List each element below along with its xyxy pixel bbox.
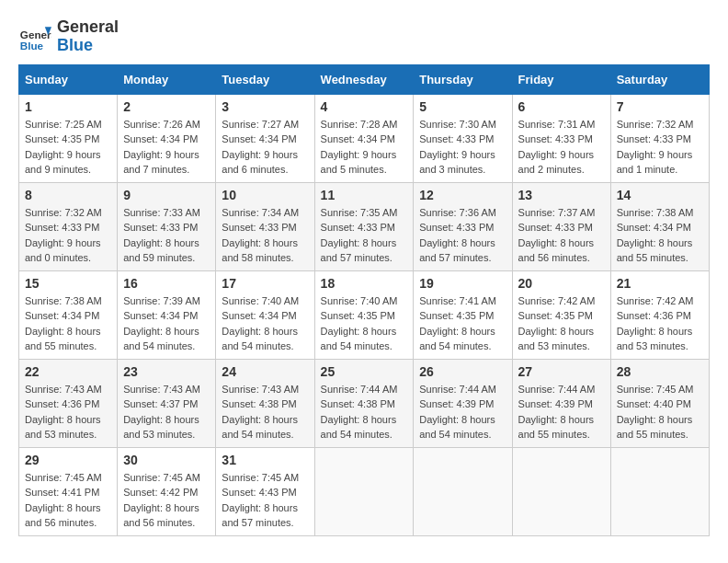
calendar-cell xyxy=(610,447,709,535)
weekday-header-wednesday: Wednesday xyxy=(314,64,414,94)
day-info: Sunrise: 7:26 AM Sunset: 4:34 PM Dayligh… xyxy=(123,117,210,178)
day-info: Sunrise: 7:45 AM Sunset: 4:41 PM Dayligh… xyxy=(25,470,111,531)
logo: General Blue General Blue xyxy=(18,18,119,55)
calendar-cell: 22 Sunrise: 7:43 AM Sunset: 4:36 PM Dayl… xyxy=(19,359,118,447)
day-number: 7 xyxy=(617,99,703,114)
calendar-cell: 25 Sunrise: 7:44 AM Sunset: 4:38 PM Dayl… xyxy=(314,359,414,447)
day-info: Sunrise: 7:35 AM Sunset: 4:33 PM Dayligh… xyxy=(321,205,408,266)
logo-blue: Blue xyxy=(57,37,119,55)
calendar-cell: 26 Sunrise: 7:44 AM Sunset: 4:39 PM Dayl… xyxy=(414,359,512,447)
calendar-cell: 31 Sunrise: 7:45 AM Sunset: 4:43 PM Dayl… xyxy=(216,447,314,535)
day-number: 16 xyxy=(123,276,210,291)
day-info: Sunrise: 7:38 AM Sunset: 4:34 PM Dayligh… xyxy=(617,205,703,266)
day-number: 24 xyxy=(222,364,308,379)
calendar-cell xyxy=(512,447,610,535)
day-number: 18 xyxy=(321,276,408,291)
day-info: Sunrise: 7:44 AM Sunset: 4:39 PM Dayligh… xyxy=(518,382,605,442)
day-number: 21 xyxy=(617,276,703,291)
calendar-cell: 5 Sunrise: 7:30 AM Sunset: 4:33 PM Dayli… xyxy=(414,94,512,182)
day-info: Sunrise: 7:41 AM Sunset: 4:35 PM Dayligh… xyxy=(419,293,506,354)
weekday-header-row: SundayMondayTuesdayWednesdayThursdayFrid… xyxy=(19,64,710,94)
day-number: 28 xyxy=(617,364,703,379)
calendar-cell: 20 Sunrise: 7:42 AM Sunset: 4:35 PM Dayl… xyxy=(512,270,610,359)
day-info: Sunrise: 7:45 AM Sunset: 4:40 PM Dayligh… xyxy=(617,382,703,442)
weekday-header-friday: Friday xyxy=(512,64,610,94)
day-number: 3 xyxy=(222,99,308,114)
calendar-cell: 7 Sunrise: 7:32 AM Sunset: 4:33 PM Dayli… xyxy=(610,94,709,182)
day-number: 8 xyxy=(25,188,111,202)
week-row-3: 15 Sunrise: 7:38 AM Sunset: 4:34 PM Dayl… xyxy=(19,270,710,359)
calendar-cell: 4 Sunrise: 7:28 AM Sunset: 4:34 PM Dayli… xyxy=(314,94,414,182)
day-info: Sunrise: 7:34 AM Sunset: 4:33 PM Dayligh… xyxy=(222,205,308,266)
day-number: 4 xyxy=(321,99,408,114)
calendar-cell: 30 Sunrise: 7:45 AM Sunset: 4:42 PM Dayl… xyxy=(118,447,216,535)
calendar-cell: 9 Sunrise: 7:33 AM Sunset: 4:33 PM Dayli… xyxy=(118,182,216,270)
weekday-header-tuesday: Tuesday xyxy=(216,64,314,94)
day-info: Sunrise: 7:42 AM Sunset: 4:35 PM Dayligh… xyxy=(518,293,605,354)
weekday-header-monday: Monday xyxy=(118,64,216,94)
day-info: Sunrise: 7:45 AM Sunset: 4:43 PM Dayligh… xyxy=(222,470,308,531)
day-number: 11 xyxy=(321,188,408,202)
calendar-cell: 21 Sunrise: 7:42 AM Sunset: 4:36 PM Dayl… xyxy=(610,270,709,359)
day-info: Sunrise: 7:42 AM Sunset: 4:36 PM Dayligh… xyxy=(617,293,703,354)
day-info: Sunrise: 7:37 AM Sunset: 4:33 PM Dayligh… xyxy=(518,205,605,266)
calendar-cell: 17 Sunrise: 7:40 AM Sunset: 4:34 PM Dayl… xyxy=(216,270,314,359)
weekday-header-thursday: Thursday xyxy=(414,64,512,94)
day-info: Sunrise: 7:36 AM Sunset: 4:33 PM Dayligh… xyxy=(419,205,506,266)
logo-icon: General Blue xyxy=(18,20,51,53)
day-info: Sunrise: 7:44 AM Sunset: 4:39 PM Dayligh… xyxy=(419,382,506,442)
calendar-table: SundayMondayTuesdayWednesdayThursdayFrid… xyxy=(18,64,710,536)
week-row-1: 1 Sunrise: 7:25 AM Sunset: 4:35 PM Dayli… xyxy=(19,94,710,182)
day-info: Sunrise: 7:43 AM Sunset: 4:36 PM Dayligh… xyxy=(25,382,111,442)
day-number: 31 xyxy=(222,453,308,467)
calendar-cell: 23 Sunrise: 7:43 AM Sunset: 4:37 PM Dayl… xyxy=(118,359,216,447)
day-info: Sunrise: 7:43 AM Sunset: 4:37 PM Dayligh… xyxy=(123,382,210,442)
day-number: 25 xyxy=(321,364,408,379)
calendar-cell: 6 Sunrise: 7:31 AM Sunset: 4:33 PM Dayli… xyxy=(512,94,610,182)
day-info: Sunrise: 7:40 AM Sunset: 4:35 PM Dayligh… xyxy=(321,293,408,354)
calendar-cell: 11 Sunrise: 7:35 AM Sunset: 4:33 PM Dayl… xyxy=(314,182,414,270)
calendar-cell xyxy=(314,447,414,535)
day-number: 1 xyxy=(25,99,111,114)
day-info: Sunrise: 7:40 AM Sunset: 4:34 PM Dayligh… xyxy=(222,293,308,354)
calendar-cell: 27 Sunrise: 7:44 AM Sunset: 4:39 PM Dayl… xyxy=(512,359,610,447)
day-info: Sunrise: 7:43 AM Sunset: 4:38 PM Dayligh… xyxy=(222,382,308,442)
calendar-cell: 19 Sunrise: 7:41 AM Sunset: 4:35 PM Dayl… xyxy=(414,270,512,359)
weekday-header-saturday: Saturday xyxy=(610,64,709,94)
calendar-cell: 28 Sunrise: 7:45 AM Sunset: 4:40 PM Dayl… xyxy=(610,359,709,447)
day-info: Sunrise: 7:38 AM Sunset: 4:34 PM Dayligh… xyxy=(25,293,111,354)
day-info: Sunrise: 7:30 AM Sunset: 4:33 PM Dayligh… xyxy=(419,117,506,178)
day-info: Sunrise: 7:25 AM Sunset: 4:35 PM Dayligh… xyxy=(25,117,111,178)
calendar-cell: 24 Sunrise: 7:43 AM Sunset: 4:38 PM Dayl… xyxy=(216,359,314,447)
svg-text:Blue: Blue xyxy=(20,39,44,51)
day-info: Sunrise: 7:44 AM Sunset: 4:38 PM Dayligh… xyxy=(321,382,408,442)
day-number: 2 xyxy=(123,99,210,114)
day-number: 23 xyxy=(123,364,210,379)
calendar-cell: 15 Sunrise: 7:38 AM Sunset: 4:34 PM Dayl… xyxy=(19,270,118,359)
calendar-cell: 10 Sunrise: 7:34 AM Sunset: 4:33 PM Dayl… xyxy=(216,182,314,270)
day-info: Sunrise: 7:28 AM Sunset: 4:34 PM Dayligh… xyxy=(321,117,408,178)
day-number: 30 xyxy=(123,453,210,467)
day-number: 6 xyxy=(518,99,605,114)
week-row-4: 22 Sunrise: 7:43 AM Sunset: 4:36 PM Dayl… xyxy=(19,359,710,447)
day-number: 14 xyxy=(617,188,703,202)
calendar-cell: 1 Sunrise: 7:25 AM Sunset: 4:35 PM Dayli… xyxy=(19,94,118,182)
day-number: 26 xyxy=(419,364,506,379)
calendar-cell: 12 Sunrise: 7:36 AM Sunset: 4:33 PM Dayl… xyxy=(414,182,512,270)
calendar-cell: 18 Sunrise: 7:40 AM Sunset: 4:35 PM Dayl… xyxy=(314,270,414,359)
day-info: Sunrise: 7:27 AM Sunset: 4:34 PM Dayligh… xyxy=(222,117,308,178)
day-number: 29 xyxy=(25,453,111,467)
weekday-header-sunday: Sunday xyxy=(19,64,118,94)
day-info: Sunrise: 7:33 AM Sunset: 4:33 PM Dayligh… xyxy=(123,205,210,266)
calendar-cell xyxy=(414,447,512,535)
day-number: 12 xyxy=(419,188,506,202)
day-info: Sunrise: 7:39 AM Sunset: 4:34 PM Dayligh… xyxy=(123,293,210,354)
calendar-cell: 16 Sunrise: 7:39 AM Sunset: 4:34 PM Dayl… xyxy=(118,270,216,359)
calendar-cell: 8 Sunrise: 7:32 AM Sunset: 4:33 PM Dayli… xyxy=(19,182,118,270)
day-number: 17 xyxy=(222,276,308,291)
day-info: Sunrise: 7:45 AM Sunset: 4:42 PM Dayligh… xyxy=(123,470,210,531)
day-info: Sunrise: 7:32 AM Sunset: 4:33 PM Dayligh… xyxy=(617,117,703,178)
page-header: General Blue General Blue xyxy=(18,18,710,55)
day-info: Sunrise: 7:31 AM Sunset: 4:33 PM Dayligh… xyxy=(518,117,605,178)
day-number: 22 xyxy=(25,364,111,379)
